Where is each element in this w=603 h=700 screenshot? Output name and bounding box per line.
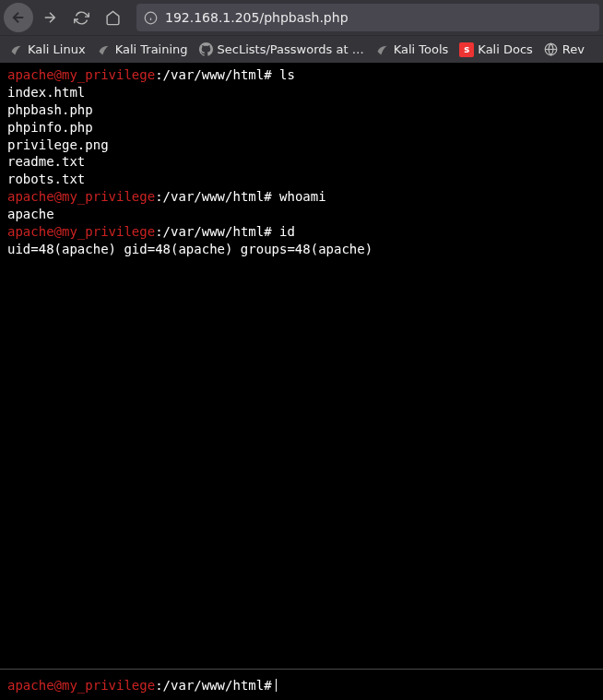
url-bar[interactable]: 192.168.1.205/phpbash.php [136, 4, 599, 31]
prompt-line: apache@my_privilege:/var/www/html# ls [7, 66, 596, 84]
output-line: phpbash.php [7, 101, 596, 119]
output-line: readme.txt [7, 153, 596, 171]
prompt-hash: # [264, 189, 271, 204]
bookmark-kali-tools[interactable]: Kali Tools [372, 41, 453, 59]
back-button[interactable] [4, 3, 33, 32]
prompt-separator: : [155, 67, 162, 82]
prompt-hash: # [264, 67, 271, 82]
browser-toolbar: 192.168.1.205/phpbash.php [0, 0, 603, 35]
bookmark-label: Kali Docs [478, 42, 533, 56]
prompt-user-host: apache@my_privilege [7, 189, 155, 204]
bookmark-kali-training[interactable]: Kali Training [93, 41, 192, 59]
prompt-user-host: apache@my_privilege [7, 678, 155, 693]
prompt-path: /var/www/html [163, 67, 265, 82]
kali-icon [375, 42, 390, 57]
command-text: ls [279, 67, 295, 82]
info-icon [144, 11, 158, 25]
bookmark-label: SecLists/Passwords at … [218, 42, 364, 56]
command-text: id [279, 224, 295, 239]
command-text: whoami [279, 189, 326, 204]
output-line: phpinfo.php [7, 119, 596, 136]
bookmark-label: Rev [562, 42, 585, 56]
output-line: index.html [7, 84, 596, 101]
docs-icon: s [459, 42, 474, 57]
prompt-hash: # [264, 678, 271, 693]
terminal-output: apache@my_privilege:/var/www/html# ls in… [0, 63, 603, 669]
bookmark-label: Kali Tools [394, 42, 449, 56]
terminal-input-line[interactable]: apache@my_privilege:/var/www/html# [0, 669, 603, 700]
kali-icon [9, 42, 24, 57]
prompt-path: /var/www/html [163, 678, 265, 693]
cursor [276, 679, 277, 692]
prompt-hash: # [264, 224, 271, 239]
prompt-path: /var/www/html [163, 224, 265, 239]
prompt-separator: : [155, 224, 162, 239]
prompt-line: apache@my_privilege:/var/www/html# id [7, 223, 596, 241]
prompt-separator: : [155, 189, 162, 204]
globe-icon [544, 42, 559, 57]
prompt-path: /var/www/html [163, 189, 265, 204]
output-line: uid=48(apache) gid=48(apache) groups=48(… [7, 241, 596, 258]
bookmarks-bar: Kali Linux Kali Training SecLists/Passwo… [0, 35, 603, 63]
bookmark-kali-docs[interactable]: s Kali Docs [455, 41, 537, 59]
url-text: 192.168.1.205/phpbash.php [165, 10, 349, 25]
refresh-button[interactable] [68, 5, 94, 30]
prompt-separator: : [155, 678, 162, 693]
bookmark-seclists[interactable]: SecLists/Passwords at … [195, 41, 368, 59]
home-button[interactable] [100, 5, 125, 30]
prompt-line: apache@my_privilege:/var/www/html# whoam… [7, 188, 596, 206]
bookmark-label: Kali Training [115, 42, 188, 56]
prompt-user-host: apache@my_privilege [7, 224, 155, 239]
github-icon [199, 42, 214, 57]
output-line: privilege.png [7, 136, 596, 154]
bookmark-kali-linux[interactable]: Kali Linux [6, 41, 89, 59]
forward-button[interactable] [37, 5, 63, 30]
output-line: robots.txt [7, 171, 596, 188]
kali-icon [97, 42, 112, 57]
bookmark-label: Kali Linux [28, 42, 86, 56]
output-line: apache [7, 206, 596, 223]
bookmark-rev[interactable]: Rev [540, 41, 588, 59]
prompt-user-host: apache@my_privilege [7, 67, 155, 82]
